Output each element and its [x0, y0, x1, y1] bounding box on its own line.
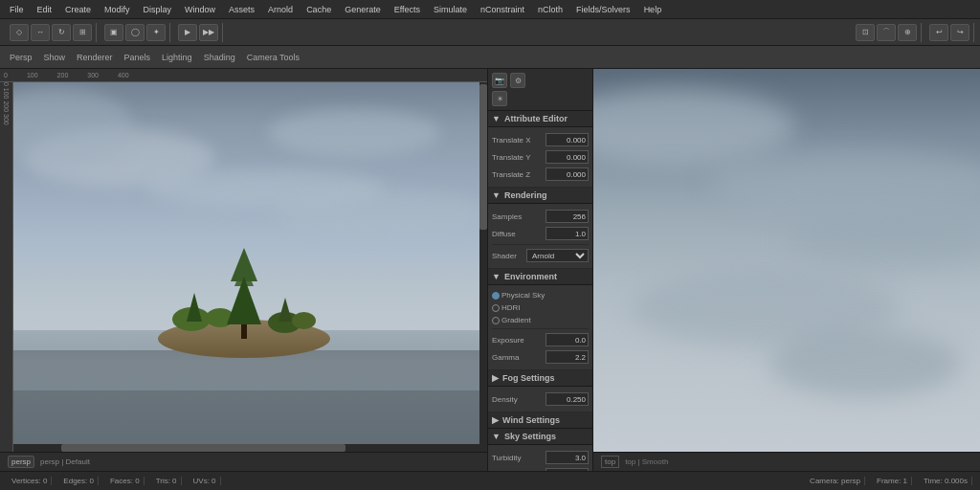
menu-edit[interactable]: Edit	[32, 3, 58, 16]
translate-y-input[interactable]	[546, 150, 589, 164]
viewport-label[interactable]: persp	[8, 456, 34, 468]
radio-gradient[interactable]: Gradient	[492, 314, 589, 326]
toolbar2-renderer[interactable]: Renderer	[73, 51, 117, 64]
viewport-vscrollbar[interactable]	[479, 82, 487, 444]
toolbar-joint-btn[interactable]: ✦	[146, 24, 166, 41]
mid-icon-light[interactable]: ☀	[492, 91, 507, 106]
turbidity-input[interactable]	[546, 451, 589, 464]
menu-ncloth[interactable]: nCloth	[532, 3, 568, 16]
translate-y-label: Translate Y	[492, 153, 544, 162]
samples-label: Samples	[492, 212, 544, 221]
toolbar-snap-grid-btn[interactable]: ⊡	[856, 24, 875, 41]
viewport-bottom-bar: persp persp | Default	[0, 452, 487, 471]
fog-density-input[interactable]	[546, 392, 589, 406]
mid-icon-settings[interactable]: ⚙	[510, 73, 525, 88]
fog-section-header[interactable]: ▶ Fog Settings	[488, 370, 592, 387]
toolbar-scale-btn[interactable]: ⊞	[73, 24, 92, 41]
island-vegetation	[167, 262, 321, 339]
status-bar: Vertices: 0 Edges: 0 Faces: 0 Tris: 0 UV…	[0, 471, 980, 490]
toolbar-select-btn[interactable]: ◇	[10, 24, 29, 41]
gamma-input[interactable]	[546, 350, 589, 364]
radio-physical-sky[interactable]: Physical Sky	[492, 289, 589, 301]
status-faces: Faces: 0	[106, 477, 145, 485]
menu-file[interactable]: File	[4, 3, 30, 16]
menu-simulate[interactable]: Simulate	[428, 3, 473, 16]
toolbar2-persp[interactable]: Persp	[6, 51, 36, 64]
menu-help[interactable]: Help	[638, 3, 668, 16]
middle-panel-top: 📷 ⚙ ☀	[488, 69, 592, 111]
divider-1	[492, 244, 589, 245]
translate-z-input[interactable]	[546, 167, 589, 181]
toolbar-nurbs-btn[interactable]: ◯	[125, 24, 145, 41]
fog-density-label: Density	[492, 395, 544, 404]
toolbar-poly-btn[interactable]: ▣	[104, 24, 123, 41]
sky-section: Turbidity Azimuth	[488, 445, 592, 471]
island	[148, 262, 340, 358]
exposure-input[interactable]	[546, 333, 589, 346]
toolbar-rotate-btn[interactable]: ↻	[52, 24, 71, 41]
samples-input[interactable]	[546, 210, 589, 223]
cloud-5	[277, 189, 487, 237]
fog-section: Density	[488, 387, 592, 412]
mid-icon-camera[interactable]: 📷	[492, 73, 507, 88]
right-viewport-bottom: top top | Smooth	[593, 452, 980, 471]
wind-section-header[interactable]: ▶ Wind Settings	[488, 412, 592, 429]
toolbar-undo-btn[interactable]: ↩	[929, 24, 948, 41]
menu-generate[interactable]: Generate	[339, 3, 387, 16]
radio-hdri[interactable]: HDRI	[492, 301, 589, 314]
toolbar-move-btn[interactable]: ↔	[31, 24, 50, 41]
menu-arnold[interactable]: Arnold	[262, 3, 299, 16]
shader-dropdown[interactable]: Arnold Lambert Phong	[526, 249, 589, 262]
toolbar2-camera-tools[interactable]: Camera Tools	[243, 51, 303, 64]
panel-row-samples: Samples	[492, 208, 589, 225]
attribute-section-header[interactable]: ▼ Attribute Editor	[488, 111, 592, 127]
middle-icon-row-1: 📷 ⚙	[492, 73, 589, 88]
translate-x-input[interactable]	[546, 133, 589, 146]
attribute-section: Translate X Translate Y Translate Z	[488, 127, 592, 188]
rendering-title: Rendering	[504, 190, 547, 200]
environment-title: Environment	[504, 272, 557, 281]
toolbar2-show[interactable]: Show	[40, 51, 70, 64]
sky-section-header[interactable]: ▼ Sky Settings	[488, 429, 592, 445]
toolbar2-panels[interactable]: Panels	[121, 51, 155, 64]
ruler-top: 0 100 200 300 400	[0, 69, 487, 82]
status-edges: Edges: 0	[59, 477, 99, 485]
secondary-toolbar: Persp Show Renderer Panels Lighting Shad…	[0, 46, 980, 69]
toolbar-render-seq-btn[interactable]: ▶▶	[199, 24, 218, 41]
attribute-title: Attribute Editor	[504, 114, 568, 123]
toolbar-redo-btn[interactable]: ↪	[950, 24, 969, 41]
menu-display[interactable]: Display	[138, 3, 178, 16]
menu-modify[interactable]: Modify	[99, 3, 136, 16]
menu-create[interactable]: Create	[59, 3, 97, 16]
turbidity-label: Turbidity	[492, 454, 544, 462]
menu-fields[interactable]: Fields/Solvers	[570, 3, 636, 16]
menu-window[interactable]: Window	[179, 3, 221, 16]
rendering-arrow-icon: ▼	[492, 190, 501, 200]
small-tree-left	[187, 293, 202, 322]
right-viewport[interactable]	[593, 69, 980, 471]
viewport-hscrollbar-thumb	[61, 444, 345, 452]
toolbar-snap-point-btn[interactable]: ⊕	[898, 24, 917, 41]
menu-assets[interactable]: Assets	[223, 3, 260, 16]
menu-nconstraint[interactable]: nConstraint	[475, 3, 530, 16]
rendering-section-header[interactable]: ▼ Rendering	[488, 188, 592, 204]
menu-effects[interactable]: Effects	[389, 3, 426, 16]
environment-section-header[interactable]: ▼ Environment	[488, 269, 592, 285]
toolbar2-shading[interactable]: Shading	[200, 51, 239, 64]
menu-cache[interactable]: Cache	[301, 3, 337, 16]
menu-bar: File Edit Create Modify Display Window A…	[0, 0, 980, 19]
middle-icon-row-2: ☀	[492, 91, 589, 106]
toolbar2-lighting[interactable]: Lighting	[158, 51, 196, 64]
right-cloud-5	[769, 330, 961, 397]
diffuse-input[interactable]	[546, 227, 589, 240]
status-camera: Camera: persp	[806, 477, 865, 485]
panel-row-diffuse: Diffuse	[492, 225, 589, 242]
status-vertices: Vertices: 0	[8, 477, 52, 485]
viewport-hscrollbar[interactable]	[13, 444, 487, 452]
right-viewport-label[interactable]: top	[601, 456, 619, 468]
environment-section: Physical Sky HDRI Gradient Exposure Gamm…	[488, 285, 592, 370]
panel-row-gamma: Gamma	[492, 348, 589, 366]
toolbar-snap-curve-btn[interactable]: ⌒	[877, 24, 896, 41]
toolbar-render-btn[interactable]: ▶	[178, 24, 197, 41]
viewport-image[interactable]	[0, 69, 487, 471]
